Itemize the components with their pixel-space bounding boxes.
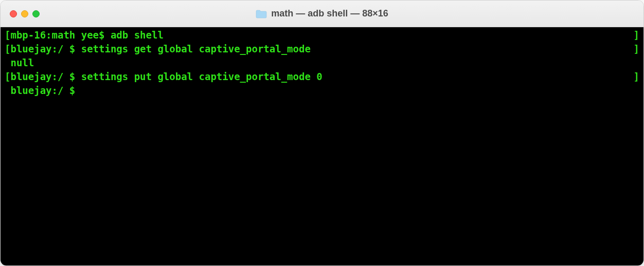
left-bracket bbox=[5, 85, 10, 96]
line-content: mbp-16:math yee$ adb shell bbox=[10, 29, 163, 41]
titlebar[interactable]: math — adb shell — 88×16 bbox=[1, 1, 643, 27]
terminal-line: [bluejay:/ $ settings put global captive… bbox=[5, 70, 639, 84]
terminal-line: bluejay:/ $ bbox=[5, 84, 639, 98]
line-content: bluejay:/ $ bbox=[10, 85, 81, 96]
window-title: math — adb shell — 88×16 bbox=[271, 8, 388, 19]
terminal-line: [bluejay:/ $ settings get global captive… bbox=[5, 42, 639, 56]
left-bracket: [ bbox=[5, 71, 10, 82]
right-bracket: ] bbox=[634, 28, 639, 42]
right-bracket: ] bbox=[634, 42, 639, 56]
line-content: bluejay:/ $ settings put global captive_… bbox=[10, 71, 322, 82]
line-content: bluejay:/ $ settings get global captive_… bbox=[10, 43, 310, 54]
terminal-body[interactable]: [mbp-16:math yee$ adb shell ] [bluejay:/… bbox=[1, 27, 643, 265]
left-bracket: [ bbox=[5, 29, 10, 41]
zoom-button[interactable] bbox=[32, 10, 40, 17]
folder-icon bbox=[256, 9, 267, 18]
minimize-button[interactable] bbox=[21, 10, 28, 17]
window-title-wrap: math — adb shell — 88×16 bbox=[1, 8, 643, 19]
terminal-line: [mbp-16:math yee$ adb shell ] bbox=[5, 28, 639, 42]
left-bracket: [ bbox=[5, 43, 10, 54]
line-content: null bbox=[10, 57, 34, 68]
terminal-line: null bbox=[5, 56, 639, 70]
right-bracket: ] bbox=[634, 70, 639, 84]
left-bracket bbox=[5, 57, 10, 68]
terminal-window: math — adb shell — 88×16 [mbp-16:math ye… bbox=[0, 0, 644, 266]
traffic-lights bbox=[1, 10, 40, 17]
close-button[interactable] bbox=[10, 10, 17, 17]
